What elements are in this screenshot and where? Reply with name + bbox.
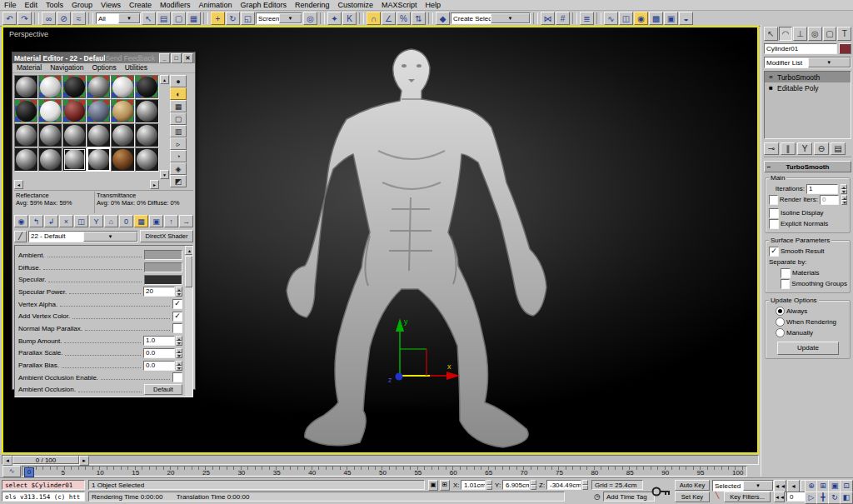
color-swatch[interactable] [144,262,182,272]
iterations-field[interactable]: 1 [806,184,838,194]
material-swatch[interactable] [14,123,38,147]
chevron-down-icon[interactable]: ▼ [118,13,140,23]
menu-maxscript[interactable]: MAXScript [377,0,422,10]
material-swatch[interactable] [135,75,159,99]
set-key-button[interactable]: Set Key [675,492,710,502]
select-move-icon[interactable]: + [211,12,225,25]
previous-frame-icon[interactable]: ◄ [787,480,800,492]
value-field[interactable]: 1.0 [143,336,175,346]
chevron-down-icon[interactable]: ▼ [279,13,302,23]
sample-type-icon[interactable]: ● [170,75,187,87]
show-map-in-viewport-icon[interactable]: ▦ [134,215,148,227]
tab-hierarchy[interactable]: ⊥ [793,27,807,41]
smoothing-groups-checkbox[interactable] [781,279,790,289]
make-material-copy-icon[interactable]: ◫ [74,215,88,227]
explicit-normals-checkbox[interactable] [769,219,779,229]
window-crossing-icon[interactable]: ▦ [187,12,201,25]
make-unique-icon[interactable]: Y [797,142,812,155]
edit-named-selections-icon[interactable]: ◆ [436,12,450,25]
material-swatch[interactable] [135,147,159,172]
get-material-icon[interactable]: ◉ [14,215,28,227]
absolute-offset-icon[interactable]: ⊞ [440,480,450,491]
select-link-icon[interactable]: ∞ [42,12,56,25]
time-slider-handle[interactable]: 0 / 100 [12,456,79,464]
z-coordinate-field[interactable]: -304.49cm [546,480,581,490]
turbosmooth-rollout-header[interactable]: − TurboSmooth [764,161,851,172]
named-selection-set-dropdown[interactable]: Create Selection Set▼ [451,12,531,24]
video-color-check-icon[interactable]: ▥ [170,125,187,137]
mat-menu-utilities[interactable]: Utilities [121,63,152,72]
value-field[interactable]: 0.0 [143,361,175,371]
material-editor-titlebar[interactable]: Material Editor - 22 - Default Send Feed… [12,52,195,63]
chevron-down-icon[interactable]: ▼ [83,232,137,242]
keyboard-override-icon[interactable]: K [342,12,357,25]
go-to-start-icon[interactable]: ◄◄ [774,480,786,492]
bind-spacewarp-icon[interactable]: ≈ [72,12,86,25]
menu-animation[interactable]: Animation [194,0,236,10]
spinner[interactable] [176,361,182,371]
render-iters-spinner[interactable] [841,195,847,205]
minimize-button[interactable]: _ [159,53,170,63]
object-color-swatch[interactable] [839,43,851,54]
material-swatch[interactable] [87,123,111,147]
menu-help[interactable]: Help [422,0,446,10]
always-radio[interactable] [776,307,785,316]
set-keys-icon[interactable] [651,484,671,499]
select-object-icon[interactable]: ↖ [142,12,156,25]
tab-modify[interactable]: ◠ [779,27,793,41]
material-swatch[interactable] [111,123,135,147]
value-field[interactable]: 0.0 [143,348,175,358]
previous-frame-arrow-icon[interactable]: ◄ [2,456,12,466]
key-filters-button[interactable]: Key Filters... [724,492,771,502]
add-time-tag[interactable]: Add Time Tag [603,492,655,502]
track-bar-ruler[interactable]: 0510152025303540455055606570758085909510… [22,466,747,477]
mat-menu-material[interactable]: Material [12,63,46,72]
material-swatch[interactable] [38,99,62,123]
auto-key-button[interactable]: Auto Key [675,480,710,491]
material-swatch[interactable] [87,147,111,172]
material-swatch[interactable] [87,75,111,99]
material-swatch[interactable] [111,147,135,172]
configure-modifier-sets-icon[interactable]: ▤ [831,142,846,155]
select-scale-icon[interactable]: ◱ [241,12,255,25]
menu-graph-editors[interactable]: Graph Editors [236,0,291,10]
schematic-view-icon[interactable]: ◫ [619,12,633,25]
pick-material-icon[interactable]: ╱ [14,231,27,242]
modifier-stack-item[interactable]: ■Editable Poly [765,82,851,93]
make-preview-icon[interactable]: ▹ [170,137,187,150]
select-rotate-icon[interactable]: ↻ [226,12,240,25]
frame-0-marker[interactable]: 0 [24,467,34,477]
checkbox[interactable] [172,323,182,333]
unlink-selection-icon[interactable]: ⊘ [57,12,71,25]
next-frame-arrow-icon[interactable]: ► [79,456,89,466]
selection-region-icon[interactable]: ▢ [172,12,186,25]
select-manipulate-icon[interactable]: ✦ [327,12,342,25]
directx-shader-button[interactable]: DirectX Shader [140,230,193,242]
material-swatch[interactable] [14,147,38,172]
material-swatch[interactable] [135,123,159,147]
go-to-sibling-icon[interactable]: → [179,215,193,227]
snap-toggle-icon[interactable]: ∩ [367,12,381,25]
chevron-down-icon[interactable]: ▼ [491,13,530,23]
tab-create[interactable]: ↖ [764,27,778,41]
chevron-down-icon[interactable]: ▼ [808,57,851,67]
percent-snap-icon[interactable]: % [397,12,411,25]
put-material-scene-icon[interactable]: ↰ [29,215,43,227]
maximize-button[interactable]: □ [171,53,182,63]
backlight-icon[interactable]: ◐ [170,87,187,100]
maximize-viewport-icon[interactable]: ◧ [840,492,853,504]
render-setup-icon[interactable]: ▩ [649,12,663,25]
mini-curve-editor-icon[interactable]: ∿ [2,466,21,477]
menu-group[interactable]: Group [67,0,97,10]
scroll-up-icon[interactable]: ▲ [160,75,169,84]
menu-modifiers[interactable]: Modifiers [156,0,195,10]
color-swatch[interactable] [144,275,182,285]
when-rendering-radio[interactable] [776,317,785,327]
scroll-right-icon[interactable]: ► [150,180,159,189]
materials-checkbox[interactable] [781,268,791,278]
mat-menu-navigation[interactable]: Navigation [46,63,87,72]
character-body[interactable] [287,49,546,447]
color-swatch[interactable] [144,250,182,260]
time-slider[interactable]: ◄ 0 / 100 ► [2,455,759,465]
material-name-dropdown[interactable]: 22 - Default ▼ [28,231,138,242]
